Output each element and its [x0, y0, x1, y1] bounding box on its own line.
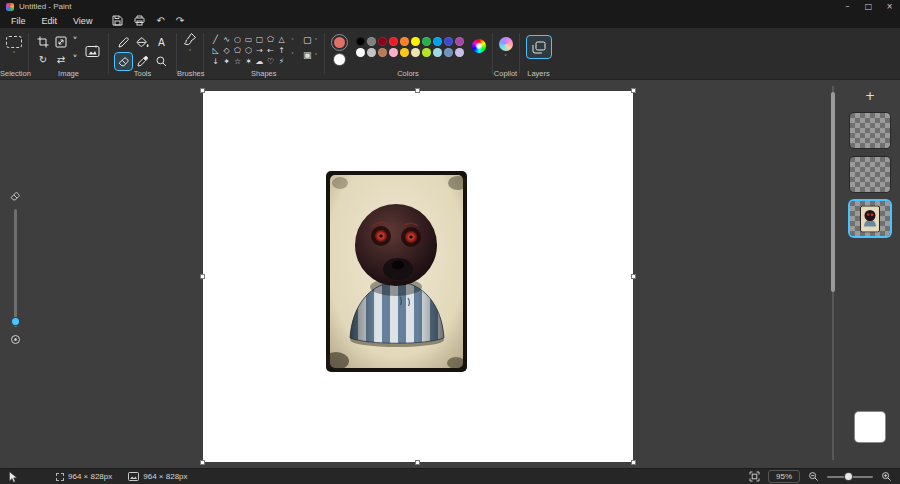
scrollbar-thumb[interactable] — [831, 92, 835, 292]
eyedropper-tool[interactable] — [134, 53, 151, 70]
color-swatch-light-turquoise[interactable] — [433, 48, 442, 57]
zoom-out-icon[interactable] — [808, 471, 819, 482]
shape-rounded-rectangle[interactable]: ▢ — [254, 34, 265, 45]
chevron-down-icon[interactable]: ˅ — [73, 55, 78, 65]
canvas-resize-handle-top-left[interactable] — [200, 88, 205, 93]
minimize-button[interactable]: – — [837, 0, 858, 13]
maximize-button[interactable]: □ — [858, 0, 879, 13]
canvas-resize-handle-right[interactable] — [631, 274, 636, 279]
shapes-scroll-up-icon[interactable]: ˄ — [291, 38, 294, 44]
shape-triangle[interactable]: △ — [276, 34, 287, 45]
color1-swatch[interactable] — [334, 37, 345, 48]
canvas-resize-handle-left[interactable] — [200, 274, 205, 279]
color2-swatch[interactable] — [334, 54, 345, 65]
zoom-level-button[interactable]: 95% — [768, 470, 800, 483]
color-swatch-gray-50[interactable] — [367, 37, 376, 46]
canvas-resize-handle-top[interactable] — [415, 88, 420, 93]
copilot-icon[interactable] — [499, 37, 513, 51]
canvas-resize-handle-bottom[interactable] — [415, 460, 420, 465]
canvas-resize-handle-bottom-right[interactable] — [631, 460, 636, 465]
selection-tool-icon[interactable] — [6, 36, 22, 48]
flip-icon[interactable]: ⇄ — [57, 55, 65, 65]
layers-button[interactable] — [526, 35, 552, 59]
chevron-down-icon[interactable]: ˅ — [73, 37, 78, 47]
color-swatch-dark-red[interactable] — [378, 37, 387, 46]
vertical-scrollbar[interactable] — [830, 86, 836, 460]
canvas-resize-handle-bottom-left[interactable] — [200, 460, 205, 465]
eraser-tool[interactable] — [115, 53, 132, 70]
shape-heart[interactable]: ♡ — [265, 56, 276, 67]
shape-cloud-callout[interactable]: ☁ — [254, 56, 265, 67]
layer-3[interactable] — [850, 113, 890, 148]
zoom-slider-handle[interactable] — [845, 473, 852, 480]
color-swatch-green[interactable] — [422, 37, 431, 46]
rotate-icon[interactable]: ↻ — [39, 55, 47, 65]
shape-outline-button[interactable]: ▢ ˅ — [303, 36, 318, 45]
color-swatch-yellow[interactable] — [411, 37, 420, 46]
color-swatch-purple[interactable] — [455, 37, 464, 46]
remove-background-button[interactable] — [82, 34, 102, 68]
close-button[interactable]: × — [879, 0, 900, 13]
zoom-in-icon[interactable] — [881, 471, 892, 482]
color-swatch-lime[interactable] — [422, 48, 431, 57]
resize-icon[interactable] — [55, 36, 67, 48]
color-swatch-gold[interactable] — [400, 48, 409, 57]
shape-left-arrow[interactable]: ← — [265, 45, 276, 56]
shape-oval[interactable]: ○ — [232, 34, 243, 45]
color-swatch-black[interactable] — [356, 37, 365, 46]
shape-hexagon[interactable]: ⬡ — [243, 45, 254, 56]
shape-six-point-star[interactable]: ✶ — [243, 56, 254, 67]
color-swatch-blue-gray[interactable] — [444, 48, 453, 57]
edit-colors-button[interactable] — [472, 39, 486, 53]
shape-fill-button[interactable]: ▣ ˅ — [303, 51, 318, 60]
selection-chevron-down-icon[interactable]: ˅ — [13, 51, 16, 57]
color-swatch-white[interactable] — [356, 48, 365, 57]
brushes-chevron-down-icon[interactable]: ˅ — [189, 49, 192, 55]
copilot-chevron-down-icon[interactable]: ˅ — [504, 54, 507, 60]
color-swatch-light-yellow[interactable] — [411, 48, 420, 57]
canvas-resize-handle-top-right[interactable] — [631, 88, 636, 93]
undo-icon[interactable]: ↶ — [156, 16, 164, 26]
menu-edit[interactable]: Edit — [34, 15, 66, 27]
menu-view[interactable]: View — [65, 15, 100, 27]
tool-size-slider[interactable] — [14, 209, 17, 327]
redo-icon[interactable]: ↷ — [176, 16, 184, 26]
fit-to-screen-icon[interactable] — [749, 471, 760, 482]
shape-rectangle[interactable]: ▭ — [243, 34, 254, 45]
pencil-tool[interactable] — [115, 34, 132, 51]
shape-lightning[interactable]: ⚡ — [276, 56, 287, 67]
menu-file[interactable]: File — [3, 15, 34, 27]
print-icon[interactable] — [134, 15, 145, 26]
shape-curve[interactable]: ∿ — [221, 34, 232, 45]
fill-tool[interactable] — [134, 34, 151, 51]
shape-pentagon[interactable]: ⬠ — [232, 45, 243, 56]
shape-five-point-star[interactable]: ☆ — [232, 56, 243, 67]
color-swatch-lavender[interactable] — [455, 48, 464, 57]
text-tool[interactable]: A — [153, 34, 170, 51]
layer-1[interactable] — [850, 201, 890, 236]
shape-four-point-star[interactable]: ✦ — [221, 56, 232, 67]
add-layer-button[interactable]: + — [862, 88, 878, 104]
shape-right-triangle[interactable]: ◺ — [210, 45, 221, 56]
magnifier-tool[interactable] — [153, 53, 170, 70]
shape-line[interactable]: ╱ — [210, 34, 221, 45]
color-swatch-gray-25[interactable] — [367, 48, 376, 57]
color-swatch-brown[interactable] — [378, 48, 387, 57]
save-icon[interactable] — [112, 15, 123, 26]
drawing-canvas[interactable] — [203, 91, 633, 462]
color-swatch-indigo[interactable] — [444, 37, 453, 46]
brush-icon[interactable] — [183, 32, 197, 46]
shape-right-arrow[interactable]: → — [254, 45, 265, 56]
color-swatch-orange[interactable] — [400, 37, 409, 46]
shape-down-arrow[interactable]: ↓ — [210, 56, 221, 67]
tool-size-slider-handle[interactable] — [12, 318, 19, 325]
zoom-slider[interactable] — [827, 476, 873, 478]
shapes-scroll-down-icon[interactable]: ˅ — [291, 52, 294, 58]
layer-2[interactable] — [850, 157, 890, 192]
layers-background-swatch[interactable] — [855, 412, 885, 442]
shape-up-arrow[interactable]: ↑ — [276, 45, 287, 56]
color-swatch-turquoise[interactable] — [433, 37, 442, 46]
color-swatch-red[interactable] — [389, 37, 398, 46]
color-swatch-rose[interactable] — [389, 48, 398, 57]
crop-icon[interactable] — [37, 36, 49, 48]
